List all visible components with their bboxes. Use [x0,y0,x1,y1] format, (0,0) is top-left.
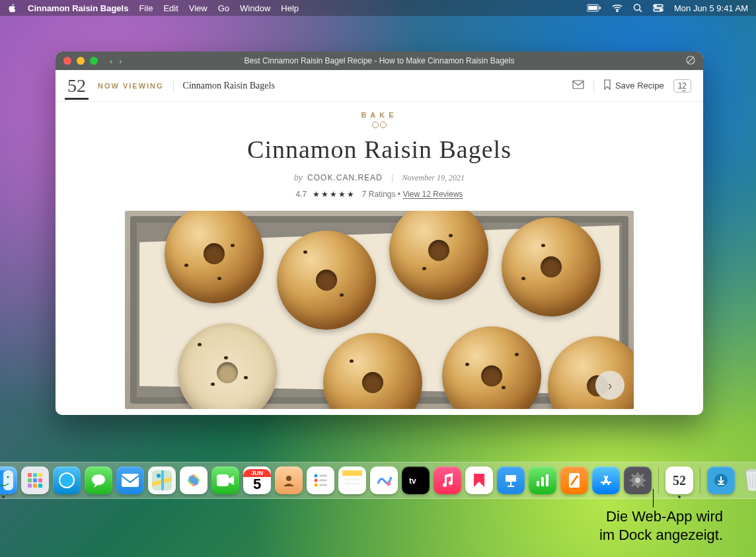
dock-webapp-52[interactable]: 52 [665,466,693,494]
menu-file[interactable]: File [139,3,153,13]
menubar-app-name[interactable]: Cinnamon Raisin Bagels [28,3,128,13]
apple-menu-icon[interactable] [8,3,17,13]
macos-desktop: Cinnamon Raisin Bagels File Edit View Go… [0,0,756,557]
svg-point-4 [634,5,640,11]
dock-facetime[interactable] [211,466,239,494]
dock-separator [700,467,700,494]
dock-news[interactable] [465,466,493,494]
menu-go[interactable]: Go [218,3,229,13]
battery-icon[interactable] [587,4,601,12]
svg-line-65 [632,474,634,476]
dock-safari[interactable] [53,466,81,494]
bookmark-icon [603,79,611,92]
svg-rect-19 [38,473,42,477]
app-window: ‹ › Best Cinnamon Raisin Bagel Recipe - … [56,52,703,415]
dock-downloads[interactable] [707,466,735,494]
svg-rect-22 [38,478,42,482]
svg-rect-54 [508,486,514,487]
ratings-row: 4.7 ★★★★★ 7 Ratings • View 12 Reviews [56,190,703,199]
dock-appstore[interactable] [592,466,620,494]
dock-finder[interactable] [0,466,17,494]
ratings-count: 7 Ratings [362,190,396,199]
callout-text: Die Web-App wird im Dock angezeigt. [599,507,723,544]
svg-line-11 [688,57,693,63]
save-recipe-button[interactable]: Save Recipe [603,79,664,92]
menu-view[interactable]: View [189,3,208,13]
svg-line-5 [639,10,642,13]
svg-point-39 [286,476,291,481]
svg-rect-43 [319,480,327,482]
site-logo[interactable]: 52 [65,75,89,100]
dock-contacts[interactable] [275,466,303,494]
dock-mail[interactable] [116,466,144,494]
calendar-day: 5 [253,477,261,492]
rating-value: 4.7 [295,190,307,199]
window-zoom-button[interactable] [90,57,98,65]
dock-music[interactable] [434,466,461,494]
menu-window[interactable]: Window [240,3,270,13]
svg-rect-23 [28,484,32,488]
window-minimize-button[interactable] [77,57,85,65]
recipe-content: BAKE Cinnamon Raisin Bagels by COOK.CAN.… [56,102,703,415]
svg-rect-25 [38,484,42,488]
dock-numbers[interactable] [529,466,556,494]
svg-point-8 [655,5,656,7]
wifi-icon[interactable] [612,4,623,12]
menu-help[interactable]: Help [281,3,299,13]
svg-point-42 [315,479,318,482]
svg-rect-20 [28,478,32,482]
svg-rect-24 [33,484,37,488]
svg-rect-46 [342,470,362,476]
category-ornament-icon [56,122,703,128]
menu-edit[interactable]: Edit [163,3,178,13]
svg-point-3 [617,11,618,12]
svg-rect-18 [33,473,37,477]
dock-trash[interactable] [739,466,756,494]
callout-leader-line [653,489,654,507]
svg-rect-53 [510,482,511,486]
svg-rect-31 [122,474,139,487]
image-next-button[interactable]: › [595,371,624,400]
svg-point-9 [660,9,662,11]
window-close-button[interactable] [63,57,71,65]
email-icon[interactable] [572,80,584,92]
save-recipe-label: Save Recipe [615,81,664,91]
menubar-clock[interactable]: Mon Jun 5 9:41 AM [674,3,748,13]
svg-rect-57 [546,474,548,486]
svg-rect-21 [33,478,37,482]
dock-keynote[interactable] [497,466,525,494]
recipe-hero-image: › [125,211,634,409]
svg-text:tv: tv [409,476,416,486]
dock-notes[interactable] [338,466,366,494]
nav-back-button[interactable]: ‹ [110,56,112,66]
dock-photos[interactable] [180,466,208,494]
no-tracking-icon[interactable] [686,57,695,67]
now-viewing-label: NOW VIEWING [98,82,164,90]
callout-line-1: Die Web-App wird [599,507,723,526]
dock-freeform[interactable] [370,466,398,494]
svg-rect-45 [319,484,327,486]
recipe-category[interactable]: BAKE [56,111,703,119]
recipe-author[interactable]: COOK.CAN.READ [307,173,383,182]
nav-forward-button[interactable]: › [119,56,122,66]
window-titlebar[interactable]: ‹ › Best Cinnamon Raisin Bagel Recipe - … [56,52,703,70]
control-center-icon[interactable] [653,4,663,12]
recipe-title: Cinnamon Raisin Bagels [56,135,703,164]
dock-pages[interactable] [560,466,588,494]
dock-launchpad[interactable] [21,466,49,494]
breadcrumb[interactable]: Cinnamon Raisin Bagels [183,81,275,91]
callout-line-2: im Dock angezeigt. [599,526,723,544]
dock-settings[interactable] [624,466,652,494]
comment-count-badge[interactable]: 12 [673,79,691,93]
svg-point-33 [157,474,161,478]
dock-tv[interactable]: tv [402,466,430,494]
dock-maps[interactable] [148,466,176,494]
svg-point-60 [635,478,640,483]
spotlight-icon[interactable] [633,3,642,13]
dock-calendar[interactable]: JUN 5 [243,466,271,494]
dock-messages[interactable] [85,466,112,494]
svg-rect-17 [28,473,32,477]
dock-reminders[interactable] [307,466,334,494]
view-reviews-link[interactable]: View 12 Reviews [402,190,463,199]
menubar: Cinnamon Raisin Bagels File Edit View Go… [0,0,756,16]
